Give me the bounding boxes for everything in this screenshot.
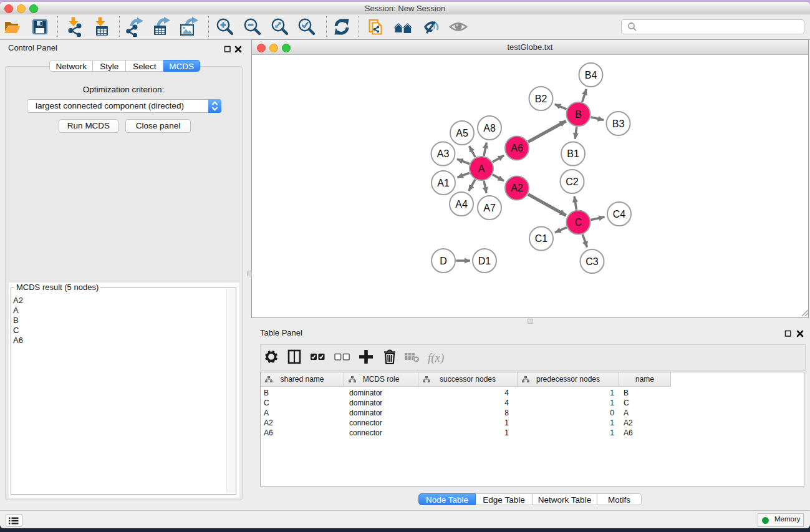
- svg-text:C: C: [575, 217, 582, 228]
- svg-text:A1: A1: [437, 178, 450, 188]
- svg-text:B3: B3: [612, 118, 625, 129]
- svg-text:A8: A8: [483, 123, 496, 133]
- svg-text:A2: A2: [511, 183, 523, 193]
- svg-text:A5: A5: [456, 128, 468, 138]
- svg-text:D1: D1: [478, 256, 491, 266]
- svg-text:B4: B4: [585, 70, 597, 80]
- svg-text:D: D: [440, 256, 447, 266]
- svg-text:C1: C1: [535, 233, 548, 244]
- svg-text:A: A: [478, 163, 485, 174]
- svg-text:A4: A4: [455, 199, 468, 210]
- svg-text:C4: C4: [613, 209, 626, 220]
- svg-text:A6: A6: [511, 143, 523, 153]
- svg-text:A3: A3: [437, 148, 450, 159]
- svg-text:A7: A7: [483, 203, 496, 213]
- svg-text:C3: C3: [586, 256, 599, 267]
- svg-text:B2: B2: [535, 94, 547, 104]
- svg-text:C2: C2: [566, 177, 579, 187]
- svg-text:B: B: [575, 109, 582, 120]
- svg-text:B1: B1: [567, 148, 579, 159]
